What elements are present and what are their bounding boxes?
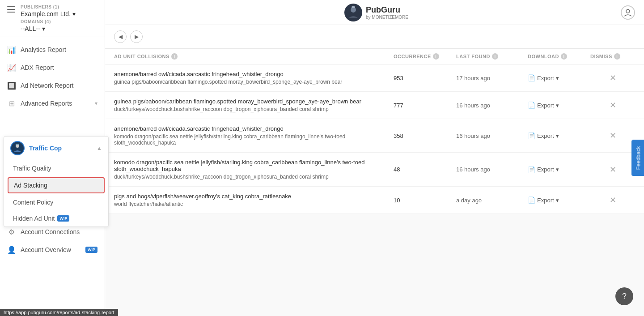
ad-unit-cell: anemone/barred owl/cicada.sarcastic frin… — [114, 125, 394, 146]
adx-label: ADX Report — [21, 64, 97, 71]
export-button[interactable]: 📄 Export ▾ — [528, 102, 590, 109]
logo-text: PubGuru by MONETIZEMORE — [366, 5, 408, 20]
analytics-label: Analytics Report — [21, 46, 97, 53]
dismiss-button[interactable]: ✕ — [590, 195, 635, 205]
dismiss-button[interactable]: ✕ — [590, 131, 635, 141]
sidebar-item-account-overview[interactable]: 👤 Account Overview WIP — [0, 241, 105, 259]
table-row: guinea pigs/baboon/caribbean flamingo.sp… — [105, 92, 644, 119]
domains-value[interactable]: --ALL-- ▾ — [21, 25, 99, 32]
dismiss-button[interactable]: ✕ — [590, 165, 635, 175]
help-button[interactable]: ? — [615, 287, 633, 305]
user-avatar-icon[interactable] — [621, 5, 635, 20]
traffic-cop-title: Traffic Cop — [29, 145, 92, 152]
last-found-value: 16 hours ago — [456, 132, 528, 139]
adnetwork-icon: 🔲 — [7, 81, 16, 90]
pubguru-logo: PubGuru by MONETIZEMORE — [344, 4, 408, 21]
publisher-section: PUBLISHERS (1) Example.com Ltd. ▾ DOMAIN… — [21, 4, 99, 32]
sidebar-nav: 📊 Analytics Report 📈 ADX Report 🔲 Ad Net… — [0, 37, 105, 316]
ad-unit-info-icon[interactable]: i — [171, 53, 178, 60]
ad-unit-secondary: komodo dragon/pacific sea nettle jellyfi… — [114, 133, 394, 146]
col-last-found: LAST FOUND i — [456, 53, 528, 60]
occurrence-value: 777 — [394, 102, 456, 109]
publishers-row: PUBLISHERS (1) Example.com Ltd. ▾ — [21, 4, 99, 17]
last-found-value: 16 hours ago — [456, 166, 528, 173]
traffic-cop-avatar — [10, 141, 25, 155]
ad-unit-cell: guinea pigs/baboon/caribbean flamingo.sp… — [114, 98, 394, 112]
sidebar-header: PUBLISHERS (1) Example.com Ltd. ▾ DOMAIN… — [0, 0, 105, 37]
logo-sub-text: by MONETIZEMORE — [366, 15, 408, 20]
connections-icon: ⚙ — [7, 227, 16, 236]
export-chevron-icon: ▾ — [556, 166, 559, 173]
sidebar-item-adnetwork[interactable]: 🔲 Ad Network Report — [0, 77, 105, 94]
dismiss-button[interactable]: ✕ — [590, 100, 635, 110]
wip-badge: WIP — [57, 215, 69, 222]
scroll-left-button[interactable]: ◀ — [114, 30, 127, 43]
col-download: DOWNLOAD i — [528, 53, 590, 60]
feedback-button[interactable]: Feedback — [632, 140, 644, 176]
dismiss-button[interactable]: ✕ — [590, 73, 635, 83]
export-button[interactable]: 📄 Export ▾ — [528, 166, 590, 173]
col-dismiss: DISMISS i — [590, 53, 635, 60]
ad-unit-primary: pigs and hogs/viperfish/weaver.geoffroy'… — [114, 193, 394, 200]
download-info-icon[interactable]: i — [561, 53, 567, 60]
svg-rect-5 — [352, 6, 355, 8]
overview-label: Account Overview — [21, 246, 78, 253]
ad-unit-cell: komodo dragon/pacific sea nettle jellyfi… — [114, 159, 394, 180]
ad-unit-secondary: world flycatcher/hake/atlantic — [114, 201, 394, 207]
ad-unit-secondary: guinea pigs/baboon/caribbean flamingo.sp… — [114, 79, 394, 85]
sidebar-item-hidden-ad-unit[interactable]: Hidden Ad Unit WIP — [4, 210, 105, 226]
svg-point-6 — [626, 9, 630, 13]
connections-label: Account Connections — [21, 228, 97, 235]
export-icon: 📄 — [528, 102, 535, 109]
export-button[interactable]: 📄 Export ▾ — [528, 74, 590, 81]
publishers-label: PUBLISHERS (1) — [21, 4, 99, 9]
sidebar-item-analytics[interactable]: 📊 Analytics Report — [0, 41, 105, 59]
sidebar-item-advanced[interactable]: ⊞ Advanced Reports ▾ — [0, 94, 105, 112]
export-chevron-icon: ▾ — [556, 197, 559, 204]
traffic-cop-section: Traffic Cop ▲ Traffic Quality Ad Stackin… — [4, 136, 105, 227]
sidebar-item-adx[interactable]: 📈 ADX Report — [0, 59, 105, 77]
main-content: PubGuru by MONETIZEMORE ◀ ▶ AD UNIT COLL… — [105, 0, 644, 316]
ad-unit-secondary: duck/turkeys/woodchuck.bushshrike_raccoo… — [114, 106, 394, 112]
col-ad-unit-collisions: AD UNIT COLLISIONS i — [114, 53, 394, 60]
occurrence-info-icon[interactable]: i — [433, 53, 439, 60]
last-found-info-icon[interactable]: i — [492, 53, 498, 60]
traffic-cop-header[interactable]: Traffic Cop ▲ — [4, 137, 105, 160]
last-found-value: 16 hours ago — [456, 102, 528, 109]
table-row: anemone/barred owl/cicada.sarcastic frin… — [105, 119, 644, 153]
traffic-cop-logo — [11, 142, 24, 154]
top-header: PubGuru by MONETIZEMORE — [105, 0, 644, 25]
table-header: AD UNIT COLLISIONS i OCCURRENCE i LAST F… — [105, 49, 644, 64]
status-url: https://app.pubguru.com/reports/ad-stack… — [0, 309, 118, 316]
publisher-chevron-icon: ▾ — [72, 10, 76, 17]
scroll-nav-bar: ◀ ▶ — [105, 25, 644, 49]
data-table: AD UNIT COLLISIONS i OCCURRENCE i LAST F… — [105, 49, 644, 214]
adnetwork-label: Ad Network Report — [21, 82, 97, 89]
domains-chevron-icon: ▾ — [42, 25, 45, 32]
scroll-right-button[interactable]: ▶ — [130, 30, 143, 43]
ad-unit-primary: guinea pigs/baboon/caribbean flamingo.sp… — [114, 98, 394, 105]
pubguru-svg — [345, 4, 361, 21]
export-chevron-icon: ▾ — [556, 75, 559, 81]
content-area: ◀ ▶ AD UNIT COLLISIONS i OCCURRENCE i LA… — [105, 25, 644, 316]
traffic-cop-chevron-icon: ▲ — [97, 145, 102, 151]
advanced-label: Advanced Reports — [21, 100, 90, 107]
occurrence-value: 953 — [394, 75, 456, 81]
sidebar-item-content-policy[interactable]: Content Policy — [4, 194, 105, 210]
occurrence-value: 48 — [394, 166, 456, 173]
occurrence-value: 358 — [394, 132, 456, 139]
sidebar-item-ad-stacking[interactable]: Ad Stacking — [8, 177, 105, 193]
sidebar-item-traffic-quality[interactable]: Traffic Quality — [4, 160, 105, 176]
export-button[interactable]: 📄 Export ▾ — [528, 132, 590, 139]
svg-rect-2 — [16, 144, 19, 145]
ad-unit-primary: anemone/barred owl/cicada.sarcastic frin… — [114, 71, 394, 77]
export-button[interactable]: 📄 Export ▾ — [528, 196, 590, 204]
logo-main-text: PubGuru — [366, 5, 408, 15]
domains-label: DOMAINS (4) — [21, 19, 99, 24]
ad-unit-cell: anemone/barred owl/cicada.sarcastic frin… — [114, 71, 394, 85]
ad-unit-primary: komodo dragon/pacific sea nettle jellyfi… — [114, 159, 394, 172]
dismiss-info-icon[interactable]: i — [614, 53, 620, 60]
export-icon: 📄 — [528, 74, 535, 81]
hamburger-menu[interactable] — [5, 4, 17, 14]
publisher-name[interactable]: Example.com Ltd. ▾ — [21, 10, 99, 17]
